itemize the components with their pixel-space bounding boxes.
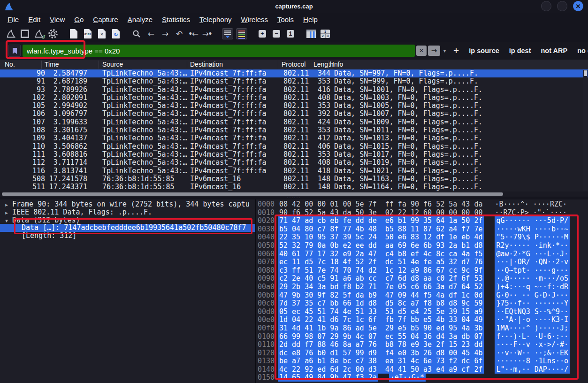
hex-row[interactable]: 006040 61 77 17 32 e9 2a 47 c4 b8 ef 4c … [258,250,588,259]
packet-row[interactable]: 50817.24157876:36:b8:1d:55:85IPv6mcast_1… [0,175,588,183]
packet-row[interactable]: 1163.813741TpLinkTechno_5a:43:…IPv4mcast… [0,167,588,175]
hex-row[interactable]: 01404c 22 92 ed 6d 2c 00 d3 44 41 50 a3 … [258,366,588,374]
column-header-length[interactable]: Length [313,61,334,68]
hex-row[interactable]: 005052 32 79 0a 0b e2 ee dd aa 69 6e 6b … [258,242,588,250]
column-header-time[interactable]: Time [45,61,59,68]
column-header-protocol[interactable]: Protocol [282,61,305,68]
hex-row[interactable]: 00e01d 04 22 41 d6 7c 1c 6f fb 7f bb e5 … [258,316,588,324]
filter-shortcut-no-quic[interactable]: no quic [577,47,588,54]
menu-statistics[interactable]: Statistics [157,14,195,25]
auto-scroll-icon[interactable] [221,27,235,41]
packet-row[interactable]: 1083.301675TpLinkTechno_5a:43:…IPv4mcast… [0,126,588,134]
packet-row[interactable]: 1052.994902TpLinkTechno_5a:43:…IPv4mcast… [0,102,588,110]
maximize-button[interactable] [557,1,567,11]
minimize-button[interactable] [541,1,551,11]
detail-row[interactable]: Data […]: 7147adcbebfedddee6b19935641a50… [0,224,255,232]
packet-row[interactable]: 1073.199633TpLinkTechno_5a:43:…IPv4mcast… [0,118,588,126]
menu-tools[interactable]: Tools [273,14,298,25]
close-file-icon[interactable]: ✕ [95,27,109,41]
menu-telephony[interactable]: Telephony [195,14,236,25]
packet-row[interactable]: 1063.096797TpLinkTechno_5a:43:…IPv4mcast… [0,110,588,118]
vscrollbar-thumb[interactable] [584,70,587,76]
restart-capture-icon[interactable]: ↺ [32,27,46,41]
save-file-icon[interactable]: 0101 [81,27,95,41]
menu-edit[interactable]: Edit [23,14,45,25]
filter-shortcut-ip-dest[interactable]: ip dest [509,47,531,54]
packet-row[interactable]: 1022.802091TpLinkTechno_5a:43:…IPv4mcast… [0,94,588,102]
menu-analyze[interactable]: Analyze [123,14,157,25]
menu-file[interactable]: File [3,14,23,25]
capture-options-icon[interactable] [46,27,60,41]
hex-row[interactable]: 0130be a7 a6 b1 8e bc c7 38 ea 31 4c 6e … [258,357,588,366]
hex-row[interactable]: 015014 65 49 84 9b 47 f3 2a·eI··G·* [258,374,588,382]
detail-row[interactable]: ▸IEEE 802.11 Data, Flags: .p....F. [0,208,255,216]
filter-add-button[interactable]: + [453,46,459,55]
packet-row[interactable]: 1093.404137TpLinkTechno_5a:43:…IPv4mcast… [0,134,588,142]
detail-row[interactable]: ▸Frame 90: 344 bytes on wire (2752 bits)… [0,200,255,208]
go-to-packet-icon[interactable]: ↶ [172,27,186,41]
zoom-100-icon[interactable]: 1 [283,27,298,41]
hex-row[interactable]: 0030b5 04 80 c7 8f 77 4b 48 b5 88 11 87 … [258,225,588,234]
menu-view[interactable]: View [45,14,69,25]
detail-row[interactable]: [Length: 312] [0,232,255,240]
go-back-icon[interactable]: ← [144,27,158,41]
hex-row[interactable]: 01102d dd f7 88 46 8a a7 76 b8 78 e9 3e … [258,341,588,349]
go-last-packet-icon[interactable]: →• [200,27,214,41]
find-packet-icon[interactable] [130,27,144,41]
resize-columns-icon[interactable] [304,27,318,41]
hex-row[interactable]: 001090 f6 52 5a 43 da 50 3e 02 22 12 60 … [258,209,588,217]
hex-row[interactable]: 004022 35 10 95 37 39 5c 24 50 e6 83 12 … [258,233,588,242]
expander-closed-icon[interactable]: ▸ [3,201,10,208]
menu-capture[interactable]: Capture [88,14,122,25]
packet-row[interactable]: 1103.506862TpLinkTechno_5a:43:…IPv4mcast… [0,143,588,151]
hex-row[interactable]: 00c07d 37 35 c7 bb 66 1d d8 d5 8c a7 f8 … [258,299,588,308]
hex-row[interactable]: 0070ec 11 d5 7c 18 4f 52 2f dc 51 4e fe … [258,258,588,267]
filter-clear-button[interactable]: ✕ [416,46,427,56]
packet-list-vscrollbar[interactable] [583,70,588,191]
expander-closed-icon[interactable]: ▸ [3,209,10,216]
filter-apply-button[interactable]: → [428,46,440,56]
hex-row[interactable]: 00a029 2b 34 3a bd f8 b2 71 7e 05 c6 66 … [258,283,588,291]
packet-row[interactable]: 1123.711714TpLinkTechno_5a:43:…IPv4mcast… [0,159,588,167]
expander-open-icon[interactable]: ▾ [3,217,10,224]
start-capture-icon[interactable] [4,27,18,41]
packet-row[interactable]: 912.687189TpLinkTechno_5a:43:…IPv4mcast_… [0,77,588,85]
hex-row[interactable]: 0090c2 2e 40 c5 91 a6 ab cc c7 6d d8 aa … [258,275,588,283]
filter-shortcut-ip-source[interactable]: ip source [469,47,499,54]
menu-go[interactable]: Go [69,14,88,25]
hscrollbar-thumb[interactable] [2,192,503,196]
packet-row[interactable]: 932.789926TpLinkTechno_5a:43:…IPv4mcast_… [0,86,588,94]
detail-row[interactable]: ▾Data (312 bytes) [0,216,255,224]
packet-row[interactable]: 1113.608816TpLinkTechno_5a:43:…IPv4mcast… [0,151,588,159]
column-header-destination[interactable]: Destination [190,61,223,68]
hex-row[interactable]: 0080c3 ff 51 7e 74 70 74 d2 1c 12 a9 86 … [258,267,588,275]
colorize-icon[interactable] [235,27,249,41]
stop-capture-icon[interactable] [18,27,32,41]
hex-row[interactable]: 002071 47 ad cb eb fe dd de e6 b1 99 35 … [258,217,588,225]
filter-dropdown-caret-icon[interactable]: ▾ [443,48,446,54]
hex-row[interactable]: 010066 99 98 07 29 9b 4c 07 ec 55 04 36 … [258,333,588,341]
go-forward-icon[interactable]: → [158,27,172,41]
hex-row[interactable]: 0120dc e8 76 b0 d1 57 99 d9 f4 e0 3b 26 … [258,349,588,358]
zoom-out-icon[interactable]: − [269,27,283,41]
column-header-no[interactable]: No. [5,61,15,68]
column-header-source[interactable]: Source [102,61,123,68]
menu-wireless[interactable]: Wireless [237,14,273,25]
filter-bookmark-button[interactable] [8,45,21,57]
reload-file-icon[interactable]: ↻ [109,27,123,41]
packet-row[interactable]: 902.584797TpLinkTechno_5a:43:…IPv4mcast_… [0,69,588,77]
hex-row[interactable]: 00f031 4d 41 1b 9a 86 ad 5e 29 e5 b5 90 … [258,324,588,333]
filter-shortcut-not-arp[interactable]: not ARP [541,47,568,54]
layout-123-icon[interactable]: 123 [318,27,332,41]
close-button[interactable]: ✕ [573,1,583,11]
menu-help[interactable]: Help [298,14,322,25]
go-first-packet-icon[interactable]: •← [186,27,200,41]
hex-row[interactable]: 000008 42 00 00 01 00 5e 7f ff fa 90 f6 … [258,200,588,209]
packet-row[interactable]: 51117.24337176:36:b8:1d:55:85IPv6mcast_1… [0,183,588,191]
zoom-in-icon[interactable]: + [255,27,269,41]
hex-row[interactable]: 00b047 9b 30 9f 82 5f da b9 47 09 44 f5 … [258,291,588,300]
filter-input[interactable]: wlan.fc.type_subtype == 0x20 [23,45,415,57]
column-header-info[interactable]: Info [332,61,343,68]
open-file-icon[interactable] [67,27,81,41]
hex-row[interactable]: 00d005 ec 45 51 74 4e 51 33 53 d5 e4 25 … [258,308,588,316]
